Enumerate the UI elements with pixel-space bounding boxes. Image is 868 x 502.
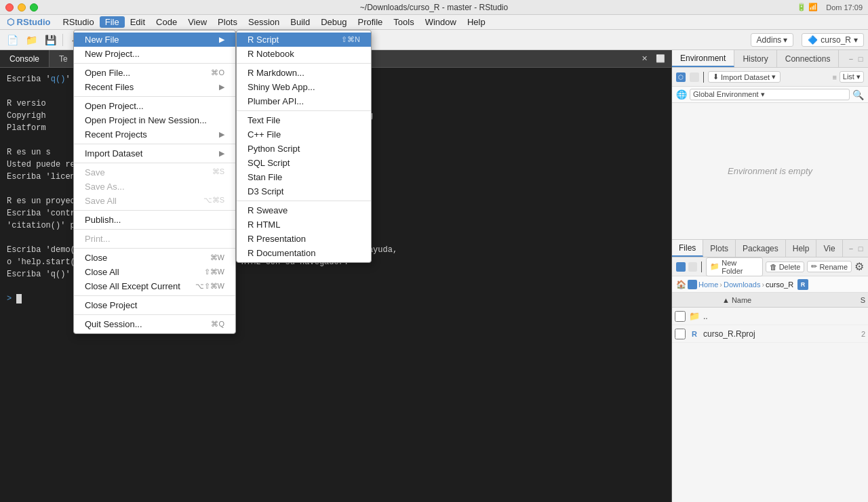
menu-session[interactable]: Session <box>243 16 285 28</box>
breadcrumb-sep-2: › <box>762 280 764 289</box>
menu-publish[interactable]: Publish... <box>74 213 235 227</box>
menu-r-documentation[interactable]: R Documentation <box>237 246 371 260</box>
menu-close-all-except[interactable]: Close All Except Current ⌥⇧⌘W <box>74 279 235 293</box>
menu-file[interactable]: File <box>100 16 125 28</box>
menu-stan-file[interactable]: Stan File <box>237 170 371 184</box>
d3-script-label: D3 Script <box>248 186 283 196</box>
menu-plumber-api[interactable]: Plumber API... <box>237 94 371 108</box>
project-icon: 🔷 <box>808 35 818 45</box>
menu-import-dataset[interactable]: Import Dataset ▶ <box>74 146 235 161</box>
menu-r-html[interactable]: R HTML <box>237 217 371 232</box>
menu-sql-script[interactable]: SQL Script <box>237 156 371 170</box>
breadcrumb-downloads[interactable]: Downloads <box>724 280 760 289</box>
globe-icon: 🌐 <box>676 89 687 100</box>
tab-packages[interactable]: Packages <box>736 240 786 257</box>
menu-new-project[interactable]: New Project... <box>74 47 235 61</box>
env-icon-1: ⬡ <box>676 72 686 82</box>
menu-quit-session[interactable]: Quit Session... ⌘Q <box>74 317 235 331</box>
tab-plots[interactable]: Plots <box>703 240 736 257</box>
submenu-divider <box>237 110 371 111</box>
list-item[interactable]: R curso_R.Rproj 2 <box>672 325 868 343</box>
addins-label: Addins <box>757 35 782 45</box>
menu-r-script[interactable]: R Script ⇧⌘N <box>237 33 371 47</box>
maximize-button[interactable] <box>30 3 38 12</box>
menu-divider <box>74 96 235 97</box>
file-checkbox[interactable] <box>675 329 686 339</box>
menu-open-project-session[interactable]: Open Project in New Session... <box>74 113 235 127</box>
addins-button[interactable]: Addins ▾ <box>751 33 794 47</box>
menu-close[interactable]: Close ⌘W <box>74 251 235 265</box>
r-documentation-label: R Documentation <box>248 248 315 258</box>
import-dataset-button[interactable]: ⬇ Import Dataset ▾ <box>708 71 781 83</box>
r-script-label: R Script <box>248 35 279 45</box>
new-file-icon[interactable]: 📄 <box>4 33 20 47</box>
menu-text-file[interactable]: Text File <box>237 113 371 127</box>
project-button[interactable]: 🔷 curso_R ▾ <box>802 33 864 47</box>
menu-open-project[interactable]: Open Project... <box>74 99 235 113</box>
menu-new-file[interactable]: New File ▶ <box>74 33 235 47</box>
list-item[interactable]: 📁 .. <box>672 308 868 325</box>
menu-open-file[interactable]: Open File... ⌘O <box>74 66 235 80</box>
list-select[interactable]: List ▾ <box>840 71 864 83</box>
menu-rstudio[interactable]: RStudio <box>57 16 99 28</box>
files-name-header[interactable]: ▲ Name <box>698 296 838 304</box>
files-icon-1 <box>676 262 686 272</box>
menu-build[interactable]: Build <box>285 16 315 28</box>
project-label: curso_R <box>821 35 851 45</box>
publish-label: Publish... <box>85 215 121 225</box>
submenu-divider <box>237 201 371 201</box>
env-maximize-button[interactable]: □ <box>856 54 865 64</box>
save-icon[interactable]: 💾 <box>42 33 58 47</box>
tab-connections[interactable]: Connections <box>777 50 840 67</box>
minimize-button[interactable] <box>18 3 26 12</box>
menu-r-markdown[interactable]: R Markdown... <box>237 66 371 80</box>
menu-edit[interactable]: Edit <box>125 16 151 28</box>
file-checkbox[interactable] <box>675 311 686 322</box>
submenu-arrow-icon: ▶ <box>219 83 224 91</box>
new-folder-button[interactable]: 📁 New Folder <box>706 257 762 276</box>
menu-help[interactable]: Help <box>462 16 491 28</box>
env-minimize-button[interactable]: − <box>846 54 856 64</box>
close-all-except-label: Close All Except Current <box>85 281 180 291</box>
console-clear-icon[interactable]: ✕ <box>637 52 651 66</box>
tab-history[interactable]: History <box>734 50 776 67</box>
menu-r-presentation[interactable]: R Presentation <box>237 232 371 246</box>
menu-plots[interactable]: Plots <box>212 16 243 28</box>
delete-button[interactable]: 🗑 Delete <box>766 262 805 272</box>
menu-close-all[interactable]: Close All ⇧⌘W <box>74 265 235 279</box>
tab-help[interactable]: Help <box>786 240 817 257</box>
open-file-icon[interactable]: 📁 <box>23 33 39 47</box>
rename-button[interactable]: ✏ Rename <box>807 261 852 272</box>
files-minimize-button[interactable]: − <box>846 244 856 253</box>
env-search-icon[interactable]: 🔍 <box>852 89 864 100</box>
breadcrumb-home[interactable]: Home <box>698 280 718 289</box>
submenu-arrow-icon: ▶ <box>219 130 224 139</box>
tab-environment[interactable]: Environment <box>672 50 734 67</box>
menu-code[interactable]: Code <box>151 16 182 28</box>
files-size-header[interactable]: S <box>838 296 865 304</box>
global-env-select[interactable]: Global Environment ▾ <box>690 89 850 100</box>
tab-console[interactable]: Console <box>0 50 50 67</box>
files-maximize-button[interactable]: □ <box>856 244 865 253</box>
list-arrow: ▾ <box>856 72 861 81</box>
menu-window[interactable]: Window <box>420 16 462 28</box>
menu-cpp-file[interactable]: C++ File <box>237 127 371 142</box>
menu-r-notebook[interactable]: R Notebook <box>237 47 371 61</box>
menu-recent-files[interactable]: Recent Files ▶ <box>74 80 235 94</box>
files-more-button[interactable]: ⚙ <box>854 260 864 273</box>
menu-python-script[interactable]: Python Script <box>237 142 371 156</box>
console-maximize-icon[interactable]: ⬜ <box>654 52 667 66</box>
menu-tools[interactable]: Tools <box>388 16 419 28</box>
close-button[interactable] <box>5 3 14 12</box>
menu-view[interactable]: View <box>182 16 212 28</box>
tab-files[interactable]: Files <box>672 240 703 257</box>
file-name: curso_R.Rproj <box>703 329 838 339</box>
menu-recent-projects[interactable]: Recent Projects ▶ <box>74 127 235 142</box>
menu-d3-script[interactable]: D3 Script <box>237 184 371 198</box>
tab-viewer[interactable]: Vie <box>816 240 842 257</box>
menu-r-sweave[interactable]: R Sweave <box>237 203 371 217</box>
menu-shiny-web-app[interactable]: Shiny Web App... <box>237 80 371 94</box>
menu-profile[interactable]: Profile <box>352 16 388 28</box>
menu-close-project[interactable]: Close Project <box>74 298 235 312</box>
menu-debug[interactable]: Debug <box>315 16 352 28</box>
